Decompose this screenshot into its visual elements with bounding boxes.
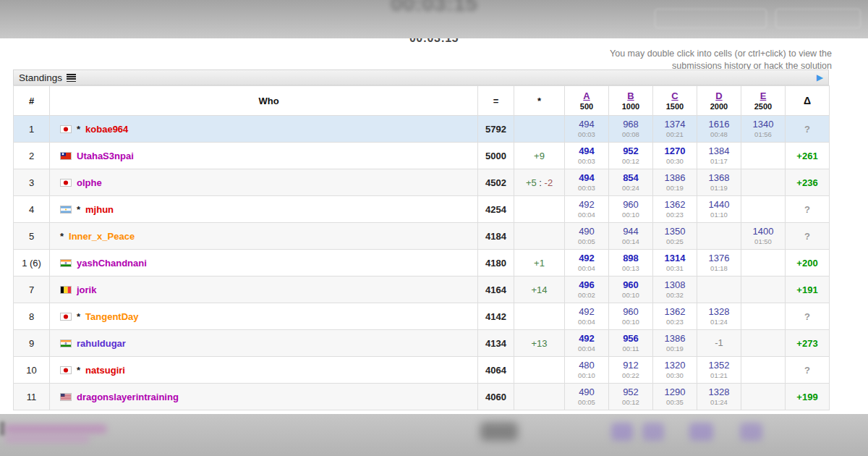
username-link[interactable]: kobae964 (85, 124, 128, 135)
problem-c-cell[interactable]: 138600:19 (653, 169, 697, 196)
problem-a-cell[interactable]: 49200:04 (565, 303, 609, 330)
problem-d-cell[interactable]: 137601:18 (697, 250, 741, 276)
hacks-cell[interactable] (514, 357, 565, 384)
delta-cell[interactable]: +236 (786, 169, 830, 196)
problem-d-cell[interactable]: 161600:48 (697, 116, 741, 143)
delta-cell[interactable]: ? (786, 303, 830, 330)
delta-cell[interactable]: +191 (786, 276, 830, 303)
problem-a-cell[interactable]: 49000:05 (565, 223, 609, 250)
problem-a-cell[interactable]: 49200:04 (565, 196, 609, 223)
problem-e-cell[interactable] (741, 357, 786, 384)
username-link[interactable]: Inner_x_Peace (69, 231, 135, 242)
points-cell[interactable]: 4180 (478, 250, 514, 276)
points-cell[interactable]: 4060 (478, 384, 514, 410)
problem-a-cell[interactable]: 49200:04 (565, 330, 609, 357)
problem-b-cell[interactable]: 94400:14 (609, 223, 653, 250)
problem-e-cell[interactable] (741, 276, 786, 303)
problem-a-cell[interactable]: 49400:03 (565, 116, 609, 143)
problem-a-cell[interactable]: 48000:10 (565, 357, 609, 384)
problem-c-cell[interactable]: 138600:19 (653, 330, 697, 357)
hacks-cell[interactable] (514, 303, 565, 330)
list-icon[interactable] (67, 74, 76, 82)
problem-d-cell[interactable] (697, 223, 741, 250)
delta-cell[interactable]: +200 (786, 250, 830, 276)
problem-e-cell[interactable] (741, 330, 786, 357)
username-link[interactable]: TangentDay (85, 311, 138, 322)
problem-c-cell[interactable]: 137400:21 (653, 116, 697, 143)
delta-cell[interactable]: +261 (786, 143, 830, 169)
problem-b-cell[interactable]: 96000:10 (609, 303, 653, 330)
problem-d-cell[interactable]: 135201:21 (697, 357, 741, 384)
expand-arrow-icon[interactable]: ▶ (817, 73, 823, 82)
problem-a-cell[interactable]: 49400:03 (565, 169, 609, 196)
problem-c-cell[interactable]: 135000:25 (653, 223, 697, 250)
problem-e-cell[interactable] (741, 303, 786, 330)
problem-a-link[interactable]: A (565, 90, 608, 101)
hacks-cell[interactable]: +14 (514, 276, 565, 303)
problem-e-cell[interactable] (741, 143, 786, 169)
problem-d-cell[interactable]: 136801:19 (697, 169, 741, 196)
problem-b-cell[interactable]: 96000:10 (609, 276, 653, 303)
problem-c-cell[interactable]: 136200:23 (653, 303, 697, 330)
username-link[interactable]: UtahaS3npai (77, 151, 134, 161)
points-cell[interactable]: 4134 (478, 330, 514, 357)
problem-e-cell[interactable] (741, 384, 786, 410)
problem-e-link[interactable]: E (741, 90, 785, 101)
problem-a-cell[interactable]: 49600:02 (565, 276, 609, 303)
problem-c-cell[interactable]: 127000:30 (653, 143, 697, 169)
problem-c-cell[interactable]: 132000:30 (653, 357, 697, 384)
username-link[interactable]: olphe (77, 177, 102, 188)
delta-cell[interactable]: ? (786, 223, 830, 250)
hacks-cell[interactable] (514, 196, 565, 223)
username-link[interactable]: jorik (77, 284, 96, 295)
hacks-cell[interactable]: +5 : -2 (514, 169, 565, 196)
hacks-cell[interactable]: +1 (514, 250, 565, 276)
points-cell[interactable]: 4502 (478, 169, 514, 196)
problem-d-cell[interactable]: 144001:10 (697, 196, 741, 223)
points-cell[interactable]: 4142 (478, 303, 514, 330)
hacks-cell[interactable]: +13 (514, 330, 565, 357)
problem-a-cell[interactable]: 49400:03 (565, 143, 609, 169)
problem-c-cell[interactable]: 130800:32 (653, 276, 697, 303)
problem-b-cell[interactable]: 96000:10 (609, 196, 653, 223)
problem-e-cell[interactable] (741, 196, 786, 223)
points-cell[interactable]: 4184 (478, 223, 514, 250)
delta-cell[interactable]: +199 (786, 384, 830, 410)
problem-e-cell[interactable]: 134001:56 (741, 116, 786, 143)
problem-e-cell[interactable]: 140001:50 (741, 223, 786, 250)
hacks-cell[interactable]: +9 (514, 143, 565, 169)
delta-cell[interactable]: ? (786, 357, 830, 384)
username-link[interactable]: yashChandnani (77, 258, 147, 269)
problem-b-cell[interactable]: 95600:11 (609, 330, 653, 357)
problem-d-link[interactable]: D (697, 90, 741, 101)
problem-d-cell[interactable]: 138401:17 (697, 143, 741, 169)
delta-cell[interactable]: ? (786, 116, 830, 143)
points-cell[interactable]: 4254 (478, 196, 514, 223)
username-link[interactable]: mjhun (85, 204, 114, 215)
problem-a-cell[interactable]: 49000:05 (565, 384, 609, 410)
delta-cell[interactable]: +273 (786, 330, 830, 357)
problem-c-link[interactable]: C (653, 90, 697, 101)
username-link[interactable]: natsugiri (85, 365, 125, 376)
problem-b-link[interactable]: B (609, 90, 652, 101)
problem-c-cell[interactable]: 131400:31 (653, 250, 697, 276)
points-cell[interactable]: 4064 (478, 357, 514, 384)
problem-d-cell[interactable]: 132801:24 (697, 384, 741, 410)
problem-d-cell[interactable]: -1 (697, 330, 741, 357)
problem-c-cell[interactable]: 129000:35 (653, 384, 697, 410)
points-cell[interactable]: 4164 (478, 276, 514, 303)
problem-d-cell[interactable] (697, 276, 741, 303)
hacks-cell[interactable] (514, 116, 565, 143)
problem-b-cell[interactable]: 91200:22 (609, 357, 653, 384)
hacks-cell[interactable] (514, 384, 565, 410)
problem-d-cell[interactable]: 132801:24 (697, 303, 741, 330)
problem-b-cell[interactable]: 96800:08 (609, 116, 653, 143)
points-cell[interactable]: 5792 (478, 116, 514, 143)
problem-e-cell[interactable] (741, 250, 786, 276)
points-cell[interactable]: 5000 (478, 143, 514, 169)
username-link[interactable]: rahuldugar (77, 338, 126, 349)
problem-b-cell[interactable]: 95200:12 (609, 384, 653, 410)
hacks-cell[interactable] (514, 223, 565, 250)
delta-cell[interactable]: ? (786, 196, 830, 223)
problem-e-cell[interactable] (741, 169, 786, 196)
